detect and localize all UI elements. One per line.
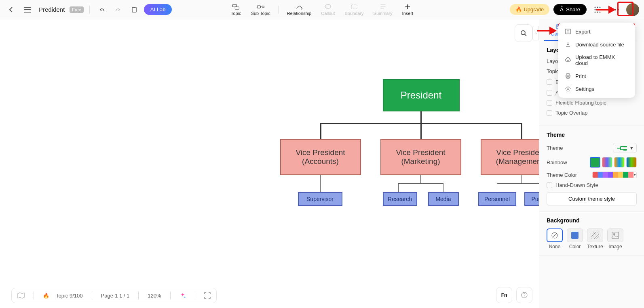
map-icon[interactable]	[17, 292, 25, 299]
svg-rect-1	[133, 7, 135, 8]
svg-rect-0	[132, 7, 136, 12]
bottom-bar: 🔥Topic 9/100 Page-1 1 / 1 120%	[11, 288, 217, 303]
fullscreen-icon[interactable]	[204, 292, 211, 299]
node-supervisor[interactable]: Supervisor	[298, 192, 342, 206]
topic-count: Topic 9/100	[56, 293, 83, 299]
canvas[interactable]: President Vice President(Accounts) Vice …	[0, 19, 539, 289]
menu-button[interactable]	[21, 3, 34, 16]
svg-point-14	[595, 11, 596, 13]
svg-point-27	[521, 31, 525, 35]
tool-subtopic[interactable]: Sub Topic	[247, 2, 274, 17]
svg-point-12	[597, 9, 598, 10]
free-badge: Free	[70, 6, 84, 13]
share-button[interactable]: ᐰShare	[553, 4, 587, 15]
theme-color-label: Theme Color	[547, 172, 577, 178]
node-media[interactable]: Media	[428, 192, 459, 206]
theme-label: Theme	[547, 145, 563, 151]
download-icon	[565, 41, 571, 48]
menu-download[interactable]: Download source file	[561, 38, 633, 51]
cloud-icon	[565, 57, 571, 63]
fire-icon: 🔥	[515, 6, 522, 13]
svg-rect-30	[623, 146, 627, 147]
redo-button[interactable]	[112, 3, 125, 16]
svg-rect-7	[351, 5, 357, 9]
tool-topic[interactable]: Topic	[227, 2, 245, 17]
svg-point-17	[612, 9, 613, 10]
more-dropdown: Export Download source file Upload to EM…	[558, 23, 635, 98]
menu-print[interactable]: Print	[561, 69, 633, 82]
svg-point-19	[617, 9, 619, 10]
svg-point-16	[600, 11, 601, 13]
user-avatar[interactable]	[626, 3, 639, 16]
undo-button[interactable]	[95, 3, 108, 16]
tool-insert[interactable]: Insert	[398, 2, 418, 17]
menu-export[interactable]: Export	[561, 25, 633, 38]
svg-point-6	[325, 4, 331, 8]
apps-button[interactable]	[591, 3, 604, 17]
ai-lab-button[interactable]: AI Lab	[144, 4, 172, 15]
rainbow-label: Rainbow	[547, 159, 567, 166]
bg-texture[interactable]: Texture	[587, 228, 603, 249]
print-icon	[565, 73, 571, 79]
chevron-down-icon: ▾	[630, 145, 633, 151]
svg-rect-33	[612, 232, 619, 239]
bg-image[interactable]: Image	[607, 228, 623, 249]
sparkle-icon[interactable]	[179, 292, 186, 299]
export-icon	[565, 28, 571, 35]
opt-overlap[interactable]: Topic Overlap	[547, 110, 637, 116]
node-vp-marketing[interactable]: Vice President(Marketing)	[380, 139, 461, 175]
svg-point-18	[614, 9, 616, 10]
node-president[interactable]: President	[383, 79, 460, 111]
fn-button[interactable]: Fn	[496, 287, 512, 303]
svg-point-9	[597, 6, 598, 8]
custom-theme-button[interactable]: Custom theme style	[547, 192, 637, 205]
upgrade-button[interactable]: 🔥Upgrade	[510, 4, 549, 15]
node-vp-accounts[interactable]: Vice President(Accounts)	[280, 139, 361, 175]
node-research[interactable]: Research	[383, 192, 417, 206]
svg-rect-37	[567, 73, 569, 75]
tool-callout: Callout	[317, 2, 339, 17]
color-strip[interactable]: ▾	[592, 172, 637, 178]
svg-point-34	[613, 233, 615, 235]
node-personnel[interactable]: Personnel	[478, 192, 516, 206]
svg-rect-2	[233, 4, 237, 7]
page-indicator[interactable]: Page-1 1 / 1	[101, 293, 130, 299]
bg-none[interactable]: None	[547, 228, 563, 249]
fire-icon: 🔥	[43, 293, 49, 299]
menu-settings[interactable]: Settings	[561, 82, 633, 95]
opt-flexible[interactable]: Flexible Floating topic	[547, 100, 637, 106]
svg-rect-31	[623, 149, 627, 151]
collapse-panel-button[interactable]	[532, 26, 539, 40]
bg-color[interactable]: Color	[567, 228, 583, 249]
svg-rect-3	[235, 7, 239, 9]
svg-point-8	[595, 6, 596, 8]
document-title: Predident	[39, 6, 65, 13]
person-icon: ᐰ	[560, 6, 564, 13]
tool-summary: Summary	[370, 2, 397, 17]
svg-point-10	[600, 6, 601, 8]
svg-point-15	[597, 11, 598, 13]
background-heading: Background	[547, 217, 637, 224]
paste-button[interactable]	[128, 3, 141, 16]
help-button[interactable]	[516, 287, 532, 303]
theme-select[interactable]: ▾	[613, 143, 637, 153]
svg-point-13	[600, 9, 601, 10]
svg-rect-5	[262, 6, 264, 8]
menu-upload[interactable]: Upload to EMMX cloud	[561, 51, 633, 69]
svg-point-11	[595, 9, 596, 10]
gear-icon	[565, 86, 571, 92]
more-button[interactable]	[608, 3, 622, 17]
tool-boundary: Boundary	[340, 2, 367, 17]
rainbow-swatches[interactable]	[590, 157, 637, 168]
opt-hand-drawn[interactable]: Hand-Drawn Style	[547, 182, 637, 188]
theme-heading: Theme	[547, 132, 637, 138]
zoom-level[interactable]: 120%	[148, 293, 161, 299]
svg-point-39	[567, 88, 569, 90]
tool-relationship[interactable]: Relationship	[283, 2, 316, 17]
back-button[interactable]	[5, 3, 18, 16]
svg-rect-4	[258, 6, 261, 8]
search-button[interactable]	[515, 24, 532, 42]
